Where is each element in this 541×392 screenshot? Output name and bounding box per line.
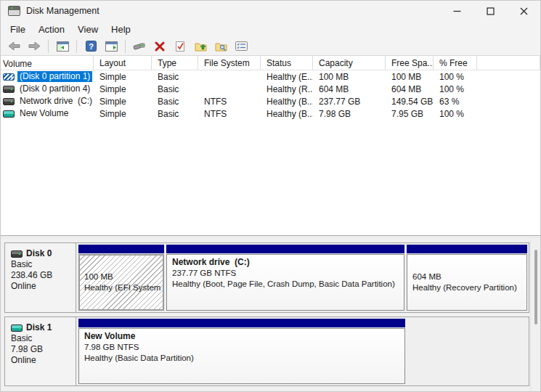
table-row[interactable]: (Disk 0 partition 4)SimpleBasicHealthy (…: [1, 83, 540, 95]
cell-capacity: 604 MB: [313, 84, 386, 94]
volume-list-pane: VolumeLayoutTypeFile SystemStatusCapacit…: [1, 56, 540, 235]
column-header-layout[interactable]: Layout: [94, 56, 152, 70]
partition-strip: 100 MBHealthy (EFI SystemNetwork drive (…: [76, 243, 529, 312]
disk-size: 238.46 GB: [11, 270, 71, 281]
scrollbar-thumb[interactable]: [534, 250, 537, 324]
forward-icon[interactable]: [25, 38, 43, 54]
cell-pct: 100 %: [434, 109, 477, 119]
toolbar-separator: [125, 40, 126, 53]
svg-text:?: ?: [89, 42, 94, 51]
toolbar: ?: [1, 37, 540, 56]
back-icon[interactable]: [5, 38, 23, 54]
cell-free: 149.54 GB: [386, 97, 434, 107]
window-title: Disk Management: [26, 6, 99, 16]
delete-volume-icon[interactable]: [151, 38, 168, 54]
volume-list-header: VolumeLayoutTypeFile SystemStatusCapacit…: [1, 56, 540, 70]
window-controls: [440, 1, 540, 21]
menu-item-help[interactable]: Help: [105, 23, 137, 36]
help-icon[interactable]: ?: [82, 38, 99, 54]
partition-size-line: 604 MB: [412, 271, 521, 282]
partition-size-line: 237.77 GB NTFS: [172, 268, 399, 279]
disk-size: 7.98 GB: [11, 344, 71, 355]
partition-status-line: Healthy (Basic Data Partition): [84, 353, 399, 364]
column-header-free[interactable]: Free Spa...: [386, 56, 434, 70]
partition-block[interactable]: New Volume7.98 GB NTFSHealthy (Basic Dat…: [78, 319, 405, 384]
toolbar-separator: [48, 40, 49, 53]
partition-body: New Volume7.98 GB NTFSHealthy (Basic Dat…: [78, 328, 405, 384]
table-row[interactable]: Network drive (C:)SimpleBasicNTFSHealthy…: [1, 95, 540, 107]
cell-volume: (Disk 0 partition 1): [1, 71, 94, 82]
column-header-pct[interactable]: % Free: [434, 56, 477, 70]
cell-layout: Simple: [94, 84, 152, 94]
cell-pct: 63 %: [434, 97, 477, 107]
close-button[interactable]: [507, 1, 540, 21]
partition-color-bar: [407, 245, 527, 253]
cell-capacity: 100 MB: [313, 72, 386, 82]
volume-icon: [3, 98, 15, 105]
partition-block[interactable]: Network drive (C:)237.77 GB NTFSHealthy …: [166, 245, 404, 311]
cell-status: Healthy (E...: [261, 72, 313, 82]
cell-free: 100 MB: [386, 72, 434, 82]
partition-color-bar: [78, 319, 405, 327]
disk-header[interactable]: Disk 0Basic238.46 GBOnline: [5, 243, 76, 312]
disk-row-disk-1[interactable]: Disk 1Basic7.98 GBOnlineNew Volume7.98 G…: [4, 317, 529, 386]
vertical-scrollbar[interactable]: [530, 239, 540, 391]
open-icon[interactable]: [192, 38, 209, 54]
column-header-fs[interactable]: File System: [198, 56, 261, 70]
partition-status-line: Healthy (EFI System: [84, 282, 158, 293]
partition-size-line: 100 MB: [84, 271, 158, 282]
table-row[interactable]: New VolumeSimpleBasicNTFSHealthy (B...7.…: [1, 107, 540, 120]
partition-title: New Volume: [84, 331, 399, 342]
cell-fs: NTFS: [198, 97, 261, 107]
cell-status: Healthy (R...: [261, 84, 313, 94]
cell-free: 7.95 GB: [386, 109, 434, 119]
disk-title: Disk 1: [11, 322, 71, 333]
cell-pct: 100 %: [434, 84, 477, 94]
disk-icon: [11, 324, 23, 332]
menu-bar: FileActionViewHelp: [1, 21, 540, 37]
properties-icon[interactable]: [232, 38, 250, 54]
show-console-tree-icon[interactable]: [54, 38, 71, 54]
disk-header[interactable]: Disk 1Basic7.98 GBOnline: [5, 317, 76, 385]
cell-free: 604 MB: [386, 84, 434, 94]
app-icon: [8, 6, 20, 16]
column-header-status[interactable]: Status: [261, 56, 313, 70]
cell-fs: NTFS: [198, 109, 261, 119]
cell-type: Basic: [152, 72, 198, 82]
partition-status-line: Healthy (Boot, Page File, Crash Dump, Ba…: [172, 279, 399, 290]
volume-icon: [3, 73, 15, 81]
partition-body: 100 MBHealthy (EFI System: [78, 254, 164, 311]
disk-kind: Basic: [11, 333, 71, 344]
disk-row-disk-0[interactable]: Disk 0Basic238.46 GBOnline100 MBHealthy …: [4, 242, 529, 313]
disk-icon: [11, 250, 23, 258]
cell-capacity: 7.98 GB: [313, 109, 386, 119]
cell-layout: Simple: [94, 72, 152, 82]
cell-layout: Simple: [94, 97, 152, 107]
mark-partition-active-icon[interactable]: [171, 38, 189, 54]
graphical-view-pane: Disk 0Basic238.46 GBOnline100 MBHealthy …: [1, 239, 540, 391]
minimize-button[interactable]: [440, 1, 473, 21]
rescan-disks-icon[interactable]: [131, 38, 148, 54]
column-header-capacity[interactable]: Capacity: [313, 56, 386, 70]
column-header-type[interactable]: Type: [152, 56, 198, 70]
toolbar-separator: [76, 40, 77, 53]
partition-block[interactable]: 100 MBHealthy (EFI System: [78, 245, 164, 311]
title-bar: Disk Management: [1, 1, 540, 21]
menu-item-view[interactable]: View: [71, 23, 105, 36]
partition-body: Network drive (C:)237.77 GB NTFSHealthy …: [166, 254, 404, 311]
disk-title: Disk 0: [11, 248, 71, 259]
cell-volume: Network drive (C:): [1, 96, 94, 107]
menu-item-file[interactable]: File: [4, 23, 32, 36]
column-header-filler: [477, 56, 540, 70]
volume-label: (Disk 0 partition 1): [17, 71, 92, 82]
show-action-pane-icon[interactable]: [102, 38, 120, 54]
column-header-volume[interactable]: Volume: [1, 56, 94, 70]
table-row[interactable]: (Disk 0 partition 1)SimpleBasicHealthy (…: [1, 70, 540, 83]
partition-body: 604 MBHealthy (Recovery Partition): [407, 254, 527, 311]
maximize-button[interactable]: [473, 1, 507, 21]
volume-label: Network drive (C:): [17, 96, 94, 107]
explore-icon[interactable]: [212, 38, 229, 54]
volume-icon: [3, 110, 15, 118]
partition-block[interactable]: 604 MBHealthy (Recovery Partition): [407, 245, 527, 311]
menu-item-action[interactable]: Action: [32, 23, 71, 36]
